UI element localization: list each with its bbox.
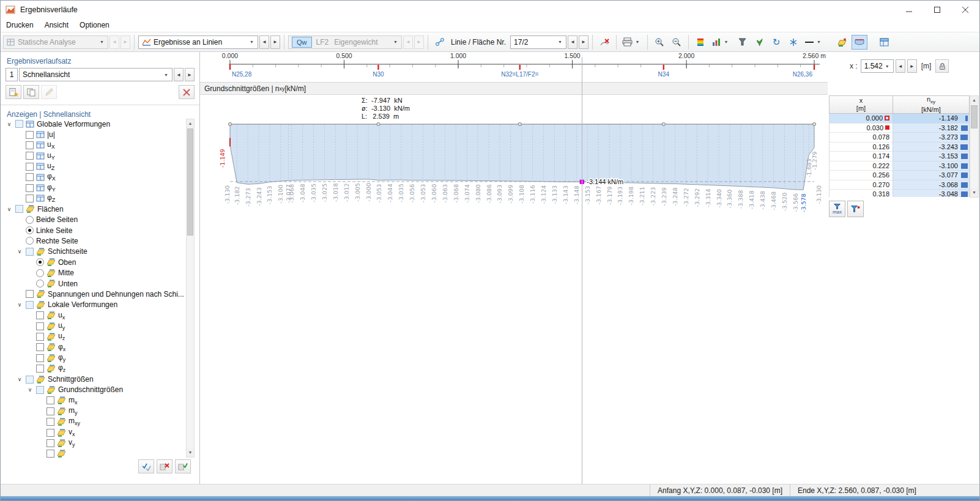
cell-nxy[interactable]: -3.077 (893, 171, 970, 180)
next-set-button[interactable]: ► (185, 68, 195, 81)
diagram-style-button[interactable]: ▼ (710, 35, 733, 50)
tree-item-spannungen-und-dehnungen-nach-schi[interactable]: Spannungen und Dehnungen nach Schi... (3, 289, 185, 299)
column-header-x[interactable]: x [m] (829, 95, 893, 114)
next-line-button[interactable]: ► (579, 35, 588, 49)
remove-diagram-button[interactable] (596, 35, 612, 50)
result-category-combo[interactable]: Ergebnisse an Linien ▼ (138, 35, 258, 49)
table-row[interactable]: 0.126-3.243 (829, 143, 970, 152)
expander-icon[interactable]: ∨ (6, 121, 13, 127)
table-row[interactable]: 0.256-3.077 (829, 171, 970, 180)
scroll-up-icon[interactable]: ▲ (187, 119, 194, 128)
cell-x[interactable]: 0.256 (829, 171, 893, 180)
cell-x[interactable]: 0.222 (829, 161, 893, 171)
next-result-button[interactable]: ► (270, 35, 280, 49)
checkbox[interactable] (26, 290, 34, 298)
refresh-button[interactable]: ↻ (768, 35, 784, 50)
tree-item-mitte[interactable]: Mitte (3, 267, 185, 278)
tree-item-item-23[interactable]: φz (3, 363, 185, 374)
result-diagram-button[interactable] (852, 35, 867, 50)
table-row[interactable]: 0.270-3.068 (829, 180, 970, 190)
checkbox[interactable] (46, 418, 54, 426)
radio-button[interactable] (26, 237, 34, 245)
expander-icon[interactable]: ∨ (26, 387, 34, 393)
lock-cursor-button[interactable] (935, 59, 949, 73)
cell-nxy[interactable]: -3.273 (893, 133, 970, 143)
result-values-button[interactable] (834, 35, 850, 50)
line-number-combo[interactable]: 17/2 ▼ (510, 35, 566, 49)
x-position-combo[interactable]: 1.542 ▼ (861, 59, 894, 73)
filter-extremes-button[interactable] (847, 201, 864, 217)
cell-nxy[interactable]: -3.243 (893, 143, 970, 152)
copy-set-button[interactable] (23, 85, 39, 99)
tree-item-item-5[interactable]: φX (3, 172, 185, 182)
cell-x[interactable]: 0.126 (829, 143, 893, 152)
tree-item-schichtseite[interactable]: ∨Schichtseite (3, 247, 185, 257)
radio-button[interactable] (36, 280, 44, 288)
prev-set-button[interactable]: ◄ (174, 68, 184, 81)
checkbox[interactable] (36, 322, 44, 330)
result-diagram-canvas[interactable]: -1.149-3.182-3.273-3.243-3.153-3.100-3.0… (204, 95, 828, 484)
expander-icon[interactable]: ∨ (16, 302, 23, 308)
checkbox[interactable] (36, 365, 44, 373)
tree-item-u[interactable]: ux (3, 310, 185, 321)
tree-item-beide-seiten[interactable]: Beide Seiten (3, 215, 185, 225)
checkbox[interactable] (26, 131, 34, 139)
next-loadcase-button[interactable]: ► (414, 35, 424, 49)
tree-item-item-21[interactable]: φx (3, 342, 185, 352)
analysis-type-combo[interactable]: Statische Analyse ▼ (3, 35, 108, 49)
checkbox[interactable] (15, 120, 23, 128)
table-row[interactable]: 0.078-3.273 (829, 133, 970, 143)
tree-item-lokale-verformungen[interactable]: ∨Lokale Verformungen (3, 300, 185, 310)
next-analysis-button[interactable]: ► (121, 35, 130, 49)
tree-item-u[interactable]: uX (3, 140, 185, 150)
cell-nxy[interactable]: -3.068 (893, 180, 970, 190)
select-line-button[interactable] (432, 35, 448, 50)
tree-item-fl-chen[interactable]: ∨Flächen (3, 204, 185, 214)
set-name-combo[interactable]: Schnellansicht ▼ (19, 68, 173, 81)
scroll-thumb[interactable] (971, 105, 978, 128)
menu-ansicht[interactable]: Ansicht (39, 19, 74, 32)
prev-analysis-button[interactable]: ◄ (110, 35, 119, 49)
tree-item-item-31[interactable] (3, 448, 185, 458)
scroll-down-icon[interactable]: ▼ (970, 188, 978, 197)
table-row[interactable]: 0.222-3.100 (829, 161, 970, 171)
x-step-back-button[interactable]: ◄ (896, 59, 905, 73)
qw-toggle[interactable]: Qw (292, 37, 312, 48)
prev-line-button[interactable]: ◄ (568, 35, 577, 49)
column-header-nxy[interactable]: nxy [kN/m] (893, 95, 970, 114)
tree-item-rechte-seite[interactable]: Rechte Seite (3, 236, 185, 246)
tree-item-oben[interactable]: Oben (3, 257, 185, 267)
ruler[interactable]: 0.0000.5001.0001.5002.0002.560 mN25,28N3… (204, 52, 828, 82)
checkbox[interactable] (26, 195, 34, 202)
edit-set-button[interactable] (41, 85, 57, 99)
extremes-button[interactable] (785, 35, 801, 50)
print-button[interactable]: ▼ (620, 35, 644, 50)
checkbox[interactable] (26, 152, 34, 160)
tree-item-u[interactable]: uY (3, 150, 185, 161)
zoom-in-button[interactable] (651, 35, 667, 50)
maximize-button[interactable] (923, 1, 951, 19)
checkbox[interactable] (26, 173, 34, 181)
tree-item-schnittgr-en[interactable]: ∨Schnittgrößen (3, 374, 185, 384)
checkbox[interactable] (15, 205, 23, 213)
zoom-out-button[interactable] (669, 35, 685, 50)
filter-max-button[interactable]: max (829, 201, 845, 217)
tree-item-grundschnittgr-en[interactable]: ∨Grundschnittgrößen (3, 385, 185, 395)
expander-icon[interactable]: ∨ (16, 376, 23, 382)
checkbox[interactable] (36, 343, 44, 351)
color-scale-button[interactable] (692, 35, 708, 50)
check-all-button[interactable] (175, 459, 191, 473)
checkbox[interactable] (26, 301, 34, 309)
close-button[interactable] (951, 1, 979, 19)
delete-set-button[interactable] (179, 85, 195, 99)
scroll-up-icon[interactable]: ▲ (970, 96, 978, 105)
checkbox[interactable] (36, 311, 44, 319)
table-row[interactable]: 0.318-3.048 (829, 190, 970, 197)
checkbox[interactable] (26, 248, 34, 256)
tree-item-u[interactable]: |u| (3, 129, 185, 139)
tree-item-linke-seite[interactable]: Linke Seite (3, 225, 185, 236)
cell-x[interactable]: 0.000 (829, 114, 893, 124)
cell-x[interactable]: 0.270 (829, 180, 893, 190)
tree-item-item-6[interactable]: φY (3, 182, 185, 193)
cursor-crosshair[interactable] (582, 57, 582, 484)
